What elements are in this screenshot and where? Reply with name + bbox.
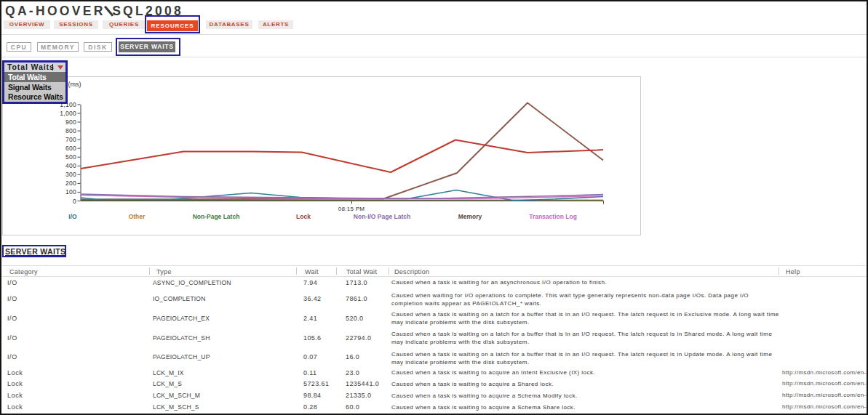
svg-text:200: 200 xyxy=(65,180,76,187)
svg-text:1,000: 1,000 xyxy=(60,110,76,117)
svg-text:Non-Page Latch: Non-Page Latch xyxy=(193,213,240,220)
svg-text:Lock: Lock xyxy=(296,213,311,220)
svg-text:Memory: Memory xyxy=(458,213,482,220)
svg-text:600: 600 xyxy=(65,145,76,152)
svg-text:400: 400 xyxy=(65,162,76,169)
svg-text:Other: Other xyxy=(129,213,146,220)
svg-text:08:15 PM: 08:15 PM xyxy=(338,206,365,212)
svg-text:(ms): (ms) xyxy=(68,81,81,88)
svg-text:100: 100 xyxy=(65,188,76,196)
svg-text:I/O: I/O xyxy=(68,213,77,220)
svg-text:0: 0 xyxy=(73,198,76,205)
svg-text:500: 500 xyxy=(65,153,76,161)
svg-text:Non-I/O Page Latch: Non-I/O Page Latch xyxy=(354,213,410,220)
svg-text:Transaction Log: Transaction Log xyxy=(529,213,577,220)
svg-text:800: 800 xyxy=(65,127,76,134)
svg-text:900: 900 xyxy=(65,118,76,126)
svg-text:700: 700 xyxy=(65,136,76,143)
svg-text:300: 300 xyxy=(65,171,76,178)
